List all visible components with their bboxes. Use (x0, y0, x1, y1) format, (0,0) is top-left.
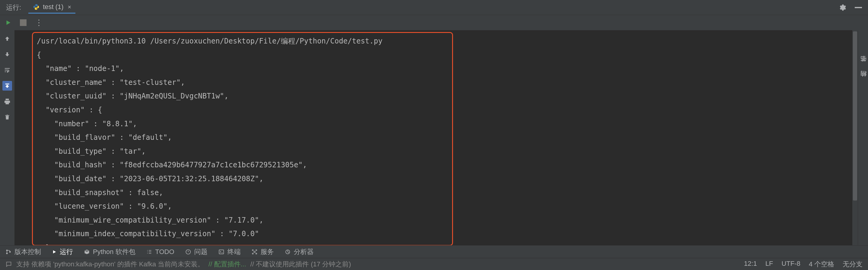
tool-packages-label: Python 软件包 (93, 247, 135, 256)
tool-profiler[interactable]: 分析器 (285, 247, 314, 256)
more-icon[interactable]: ⋮ (35, 18, 43, 27)
branch[interactable]: 无分支 (843, 260, 863, 269)
tool-terminal-label: 终端 (227, 247, 241, 256)
tool-todo-label: TODO (155, 248, 174, 256)
message-icon (5, 261, 12, 268)
status-msg-1: 支持 依赖项 'python:kafka-python' 的插件 Kafka 当… (16, 260, 204, 269)
step-down-icon[interactable] (2, 50, 12, 59)
svg-point-10 (256, 253, 257, 254)
scrollbar-thumb[interactable] (853, 31, 857, 200)
tool-services[interactable]: 服务 (251, 247, 274, 256)
status-bar: 支持 依赖项 'python:kafka-python' 的插件 Kafka 当… (0, 258, 868, 270)
bottom-toolbar: 版本控制 运行 Python 软件包 TODO 问题 终端 服务 分析器 (0, 245, 868, 258)
tool-run[interactable]: 运行 (52, 247, 73, 256)
stop-icon[interactable] (20, 19, 27, 26)
print-icon[interactable] (2, 97, 12, 106)
run-label: 运行: (6, 3, 21, 12)
svg-point-9 (252, 253, 253, 254)
play-icon[interactable] (5, 19, 11, 26)
wrap-icon[interactable] (2, 65, 12, 75)
tool-problems-label: 问题 (194, 247, 208, 256)
svg-point-2 (6, 252, 8, 254)
python-icon (33, 3, 40, 10)
svg-rect-5 (219, 250, 223, 254)
tab-title: test (1) (43, 3, 63, 11)
tool-profiler-label: 分析器 (294, 247, 314, 256)
tool-vcs-label: 版本控制 (14, 247, 41, 256)
step-up-icon[interactable] (2, 34, 12, 44)
line-sep[interactable]: LF (766, 260, 773, 269)
caret-position[interactable]: 12:1 (744, 260, 757, 269)
tool-run-label: 运行 (60, 247, 73, 256)
indent[interactable]: 4 个空格 (809, 260, 834, 269)
status-msg-3: // 不建议使用此插件 (17 分钟之前) (250, 260, 351, 269)
svg-point-6 (254, 251, 255, 252)
tool-vcs[interactable]: 版本控制 (5, 247, 41, 256)
left-gutter (0, 30, 14, 245)
minimize-icon[interactable] (855, 7, 862, 8)
gear-icon[interactable] (838, 4, 846, 11)
right-panel-strip: 书签 结构 (858, 30, 868, 245)
scroll-to-end-icon[interactable] (2, 81, 12, 90)
tab-test[interactable]: test (1) × (28, 1, 75, 14)
status-link[interactable]: // 配置插件... (208, 260, 246, 269)
trash-icon[interactable] (2, 112, 12, 122)
svg-point-7 (252, 249, 253, 250)
encoding[interactable]: UTF-8 (781, 260, 800, 269)
tool-packages[interactable]: Python 软件包 (84, 247, 135, 256)
scrollbar-track[interactable] (852, 30, 858, 245)
tool-terminal[interactable]: 终端 (218, 247, 241, 256)
console-text: /usr/local/bin/python3.10 /Users/zuoxuch… (14, 30, 858, 245)
close-icon[interactable]: × (68, 4, 71, 10)
tool-services-label: 服务 (260, 247, 274, 256)
console-output[interactable]: /usr/local/bin/python3.10 /Users/zuoxuch… (14, 30, 858, 245)
run-window-header: 运行: test (1) × (0, 0, 868, 15)
tool-todo[interactable]: TODO (146, 248, 174, 256)
run-controls-row: ⋮ (0, 15, 868, 30)
svg-point-8 (256, 249, 257, 250)
svg-rect-0 (855, 7, 862, 8)
tool-problems[interactable]: 问题 (185, 247, 208, 256)
